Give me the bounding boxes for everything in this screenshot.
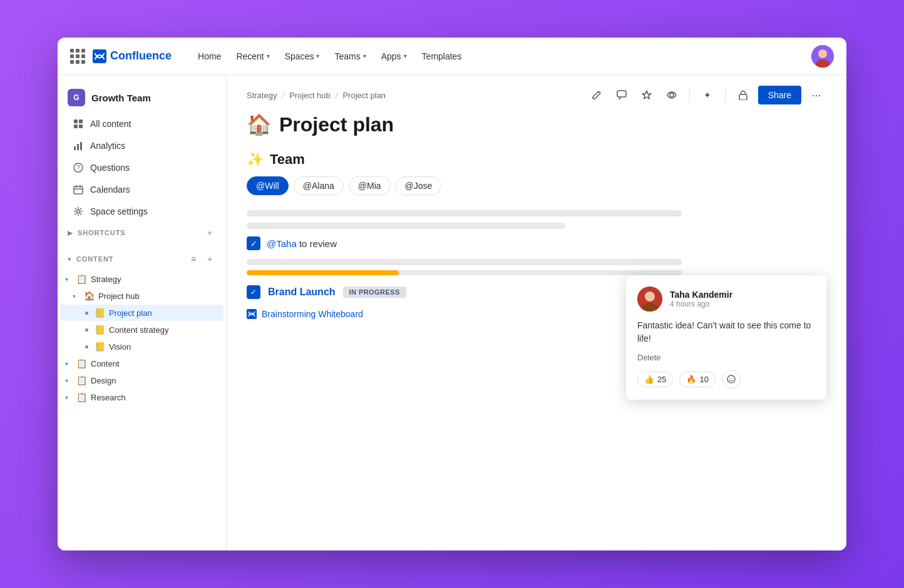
svg-rect-18: [617, 91, 626, 97]
lock-icon[interactable]: [733, 85, 753, 105]
share-button[interactable]: Share: [758, 86, 801, 104]
svg-point-19: [670, 93, 674, 97]
shortcuts-add-button[interactable]: +: [203, 226, 216, 239]
user-avatar[interactable]: [811, 45, 834, 68]
reaction-fire[interactable]: 🔥 10: [679, 372, 715, 387]
nav-links: Home Recent ▾ Spaces ▾ Teams ▾ Apps ▾: [192, 48, 468, 65]
edit-icon[interactable]: [587, 85, 607, 105]
star-icon[interactable]: [637, 85, 657, 105]
vision-dot: [85, 345, 88, 348]
teams-chevron-icon: ▾: [363, 53, 366, 59]
tree-item-vision[interactable]: 📒 Vision: [60, 338, 223, 355]
commenter-info: Taha Kandemir 4 hours ago: [670, 290, 732, 308]
svg-point-2: [818, 49, 827, 58]
watch-icon[interactable]: [662, 85, 682, 105]
svg-rect-4: [74, 119, 78, 123]
task-checkbox[interactable]: ✓: [247, 236, 260, 250]
sidebar-item-questions[interactable]: ? Questions: [63, 157, 221, 178]
comment-time: 4 hours ago: [670, 300, 732, 308]
svg-point-26: [729, 378, 730, 378]
breadcrumb-project-plan[interactable]: Project plan: [342, 91, 386, 100]
comment-icon[interactable]: [612, 85, 632, 105]
topnav-right: [811, 45, 834, 68]
content-chevron-icon[interactable]: ▾: [68, 255, 71, 263]
more-options-button[interactable]: ···: [806, 85, 826, 105]
apps-chevron-icon: ▾: [404, 53, 407, 59]
tree-item-project-hub[interactable]: ▾ 🏠 Project hub: [60, 288, 223, 304]
svg-text:?: ?: [77, 165, 81, 171]
space-icon: G: [68, 89, 85, 106]
mention-will[interactable]: @Will: [247, 176, 289, 195]
research-chevron-icon: ▾: [65, 394, 73, 401]
smiley-icon: [727, 375, 736, 383]
app-body: G Growth Team All content: [58, 75, 846, 550]
shortcuts-toggle[interactable]: ▶ SHORTCUTS: [68, 229, 125, 237]
progress-bar: [247, 270, 682, 275]
reaction-add-button[interactable]: [722, 370, 741, 388]
main-content: Strategy / Project hub / Project plan: [227, 75, 846, 550]
svg-rect-9: [77, 144, 79, 150]
commenter-name: Taha Kandemir: [670, 290, 732, 300]
mention-mia[interactable]: @Mia: [349, 176, 391, 195]
tree-item-content-strategy[interactable]: 📒 Content strategy: [60, 322, 223, 338]
design-chevron-icon: ▾: [65, 377, 73, 384]
nav-spaces[interactable]: Spaces ▾: [279, 48, 326, 65]
task-row: ✓ @Taha to review: [247, 236, 826, 250]
page-toolbar: ✦ Share ···: [587, 85, 826, 105]
task-mention[interactable]: @Taha: [267, 238, 297, 249]
nav-teams[interactable]: Teams ▾: [328, 48, 372, 65]
project-plan-dot: [85, 312, 88, 315]
tree-item-project-plan[interactable]: 📒 Project plan: [60, 305, 223, 321]
grid-menu-icon[interactable]: [70, 49, 85, 64]
space-name[interactable]: G Growth Team: [58, 83, 226, 113]
logo[interactable]: Confluence: [93, 49, 172, 63]
nav-templates[interactable]: Templates: [416, 48, 468, 65]
ai-icon[interactable]: ✦: [697, 85, 717, 105]
sidebar: G Growth Team All content: [58, 75, 227, 550]
content-chevron-icon2: ▾: [65, 360, 73, 367]
svg-point-27: [732, 378, 732, 378]
svg-rect-13: [74, 186, 83, 194]
mention-jose[interactable]: @Jose: [396, 176, 442, 195]
content-filter-button[interactable]: ≡: [187, 253, 200, 265]
comment-popup: Taha Kandemir 4 hours ago Fantastic idea…: [626, 275, 826, 400]
sidebar-item-all-content[interactable]: All content: [63, 113, 221, 134]
delete-button[interactable]: Delete: [637, 353, 815, 362]
content-placeholder-2: [247, 223, 565, 229]
brand-launch-checkbox[interactable]: ✓: [247, 285, 260, 299]
tree-item-design[interactable]: ▾ 📋 Design: [60, 372, 223, 388]
analytics-icon: [73, 140, 84, 151]
topnav: Confluence Home Recent ▾ Spaces ▾ Teams …: [58, 38, 846, 75]
strategy-chevron-icon: ▾: [65, 276, 73, 283]
brand-launch-status-badge: IN PROGRESS: [343, 286, 406, 298]
app-window: Confluence Home Recent ▾ Spaces ▾ Teams …: [58, 38, 846, 550]
content-strategy-dot: [85, 328, 88, 332]
nav-apps[interactable]: Apps ▾: [375, 48, 413, 65]
team-heading: ✨ Team: [247, 151, 826, 168]
nav-home[interactable]: Home: [192, 48, 227, 65]
shortcuts-chevron-icon: ▶: [68, 229, 73, 237]
sidebar-item-analytics[interactable]: Analytics: [63, 135, 221, 156]
tree-item-content[interactable]: ▾ 📋 Content: [60, 355, 223, 372]
breadcrumb-project-hub[interactable]: Project hub: [289, 91, 331, 100]
shortcuts-section: ▶ SHORTCUTS +: [58, 223, 226, 243]
svg-rect-21: [247, 309, 257, 319]
sidebar-item-space-settings[interactable]: Space settings: [63, 201, 221, 222]
content-section-header: ▾ CONTENT ≡ +: [58, 248, 226, 270]
sidebar-item-calendars[interactable]: Calendars: [63, 179, 221, 200]
comment-reactions: 👍 25 🔥 10: [637, 370, 815, 388]
tree-item-strategy[interactable]: ▾ 📋 Strategy: [60, 271, 223, 287]
breadcrumb-strategy[interactable]: Strategy: [247, 91, 277, 100]
svg-point-23: [645, 291, 655, 302]
confluence-x-icon: [247, 309, 257, 319]
team-mentions: @Will @Alana @Mia @Jose: [247, 176, 826, 195]
progress-bar-fill: [247, 270, 399, 275]
tree-item-research[interactable]: ▾ 📋 Research: [60, 389, 223, 405]
mention-alana[interactable]: @Alana: [294, 176, 344, 195]
content-add-button[interactable]: +: [203, 253, 216, 265]
reaction-thumbsup[interactable]: 👍 25: [637, 372, 673, 387]
nav-recent[interactable]: Recent ▾: [230, 48, 275, 65]
svg-rect-7: [79, 124, 83, 128]
brand-launch-title[interactable]: Brand Launch: [268, 286, 336, 298]
svg-point-25: [727, 375, 735, 383]
